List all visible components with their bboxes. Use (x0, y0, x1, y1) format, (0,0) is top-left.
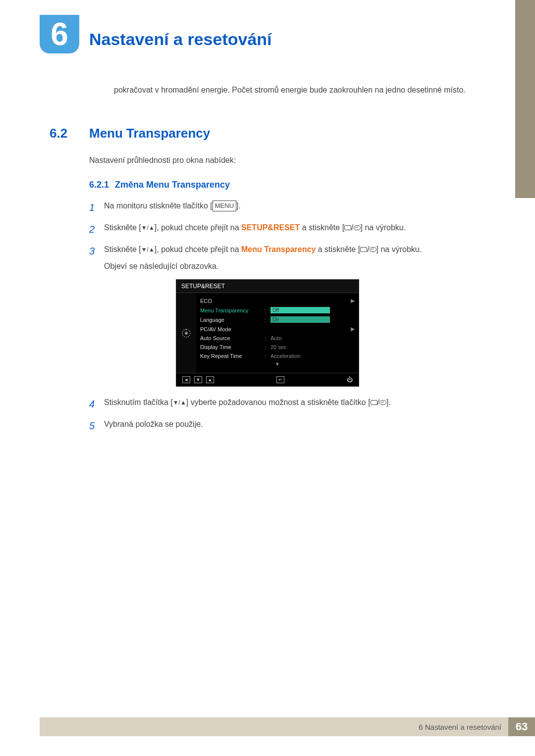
step-4: 4 Stisknutím tlačítka [▼/▲] vyberte poža… (89, 397, 485, 411)
down-up-icon: ▼/▲ (141, 224, 155, 231)
page-footer: 6 Nastavení a resetování 63 (40, 717, 535, 736)
chevron-down-icon: ▼ (196, 360, 359, 370)
footer-page-number: 63 (508, 717, 535, 736)
step-number: 1 (89, 200, 104, 215)
power-icon: ⏻ (347, 376, 353, 383)
nav-down-icon: ▼ (194, 376, 202, 383)
step-number: 3 (89, 244, 104, 258)
subsection-number: 6.2.1 (89, 180, 109, 190)
osd-title: SETUP&RESET (176, 280, 359, 293)
subsection-heading: 6.2.1 Změna Menu Transparency (89, 180, 485, 190)
step-5: 5 Vybraná položka se použije. (89, 418, 485, 433)
step-number: 4 (89, 397, 104, 411)
osd-option-off: Off (270, 307, 330, 313)
chapter-number: 6 (51, 16, 68, 52)
osd-value: 20 sec (270, 344, 348, 350)
osd-value: Auto (270, 335, 348, 341)
step-2-pre: Stiskněte [ (104, 223, 141, 232)
step-text: Stiskněte [▼/▲], pokud chcete přejít na … (104, 222, 485, 234)
source-icon (344, 225, 351, 230)
step-number: 5 (89, 418, 104, 433)
step-1-pre: Na monitoru stiskněte tlačítko [ (104, 202, 213, 210)
osd-label: ECO (200, 298, 265, 304)
osd-label: Menu Transparency (200, 307, 265, 313)
osd-option-on: On (270, 316, 330, 323)
step-3-pre: Stiskněte [ (104, 245, 141, 253)
nav-left-icon: ◄ (182, 376, 190, 383)
osd-row-autosource: Auto Source : Auto (196, 334, 359, 343)
osd-row-keyrepeat: Key Repeat Time : Acceleration (196, 352, 359, 360)
osd-screenshot: SETUP&RESET ECO ▶ Menu Transparency : Of… (176, 279, 359, 387)
osd-row-eco: ECO ▶ (196, 296, 359, 305)
menu-button-label: MENU (213, 201, 236, 211)
step-4-post: ]. (386, 398, 391, 406)
enter-icon (370, 247, 376, 252)
chevron-right-icon: ▶ (348, 298, 355, 304)
osd-label: PC/AV Mode (200, 326, 265, 332)
chapter-header: 6 Nastavení a resetování (0, 0, 535, 59)
intro-paragraph: pokračovat v hromadění energie. Počet st… (114, 84, 485, 96)
step-1: 1 Na monitoru stiskněte tlačítko [MENU]. (89, 200, 485, 215)
step-2-post2: ] na výrobku. (361, 223, 406, 232)
step-text: Na monitoru stiskněte tlačítko [MENU]. (104, 200, 485, 212)
step-3-post2: ] na výrobku. (376, 245, 422, 253)
step-3-post1: a stiskněte [ (316, 245, 360, 253)
osd-value: Acceleration (270, 353, 348, 359)
osd-label: Display Time (200, 344, 265, 350)
section-title: Menu Transparency (89, 126, 210, 141)
section-heading: 6.2 Menu Transparency (50, 126, 485, 141)
step-number: 2 (89, 222, 104, 237)
step-2: 2 Stiskněte [▼/▲], pokud chcete přejít n… (89, 222, 485, 237)
section-number: 6.2 (50, 126, 89, 141)
enter-icon (379, 400, 386, 405)
chapter-badge: 6 (40, 15, 79, 59)
step-text: Stiskněte [▼/▲], pokud chcete přejít na … (104, 244, 485, 272)
step-3: 3 Stiskněte [▼/▲], pokud chcete přejít n… (89, 244, 485, 272)
down-up-icon: ▼/▲ (141, 246, 155, 253)
osd-icon-column (176, 293, 196, 373)
osd-row-displaytime: Display Time : 20 sec (196, 343, 359, 352)
down-up-icon: ▼/▲ (173, 399, 186, 406)
osd-footer: ◄ ▼ ▲ ↵ ⏻ (176, 373, 359, 386)
osd-row-pcav: PC/AV Mode ▶ (196, 324, 359, 334)
source-icon (360, 247, 367, 252)
nav-up-icon: ▲ (206, 376, 214, 383)
step-3-mid: ], pokud chcete přejít na (155, 245, 241, 253)
step-2-target: SETUP&RESET (241, 223, 300, 232)
section-description: Nastavení průhlednosti pro okna nabídek: (89, 156, 485, 165)
gear-icon (182, 329, 191, 338)
footer-chapter-label: 6 Nastavení a resetování (40, 717, 508, 736)
step-text: Stisknutím tlačítka [▼/▲] vyberte požado… (104, 397, 485, 408)
step-2-mid: ], pokud chcete přejít na (155, 223, 241, 232)
step-4-mid: ] vyberte požadovanou možnost a stisknět… (186, 398, 371, 406)
step-2-post1: a stiskněte [ (300, 223, 344, 232)
source-icon (371, 400, 377, 405)
step-1-post: ]. (236, 202, 241, 210)
osd-label: Auto Source (200, 335, 265, 341)
nav-enter-icon: ↵ (276, 376, 284, 383)
chevron-right-icon: ▶ (348, 326, 355, 332)
osd-menu-list: ECO ▶ Menu Transparency : Off Language :… (196, 293, 359, 373)
osd-label: Key Repeat Time (200, 353, 265, 359)
step-3-target: Menu Transparency (241, 245, 316, 253)
subsection-title: Změna Menu Transparency (115, 180, 230, 190)
chapter-title: Nastavení a resetování (89, 15, 272, 49)
enter-icon (354, 225, 361, 230)
step-3-line2: Objeví se následující obrazovka. (104, 260, 485, 272)
osd-row-menu-transparency: Menu Transparency : Off (196, 305, 359, 315)
step-text: Vybraná položka se použije. (104, 418, 485, 430)
side-tab (515, 0, 535, 198)
osd-row-on-option: Language : On (196, 315, 359, 324)
osd-label: Language (200, 317, 265, 323)
step-4-pre: Stisknutím tlačítka [ (104, 398, 173, 406)
